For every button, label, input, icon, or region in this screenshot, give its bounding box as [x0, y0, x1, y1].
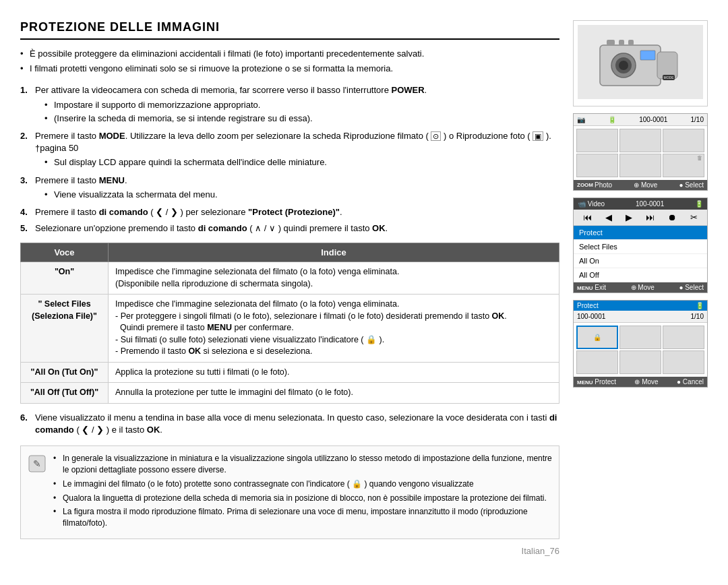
thumb-footer: ZOOM Photo ⊕ Move ● Select [574, 180, 707, 190]
step-2-content: Premere il tasto MODE. Utilizzare la lev… [35, 130, 559, 171]
table-cell-indice-1: Impedisce che l'immagine selezionata del… [109, 262, 559, 295]
camera-image: MODE [578, 25, 703, 99]
svg-rect-8 [619, 40, 624, 45]
step-6: 6. Viene visualizzato il menu a tendina … [20, 412, 559, 436]
protect-grid [574, 323, 707, 377]
menu-panel: 📹 Video 100-0001 🔋 ⏮ ◀ ▶ ⏭ ⏺ ✂ Protect S… [573, 197, 708, 293]
note-1: In generale la visualizzazione in miniat… [53, 453, 552, 476]
step-4-content: Premere il tasto di comando ( ❮ / ❯ ) pe… [35, 206, 559, 218]
footer-move2: ⊕ Move [631, 284, 655, 291]
menu-icon-4: ⏭ [646, 212, 655, 222]
thumb-cell-2 [619, 129, 661, 152]
intro-bullets: È possibile proteggere da eliminazioni a… [20, 48, 559, 75]
menu-icons: ⏮ ◀ ▶ ⏭ ⏺ ✂ [574, 210, 707, 226]
menu-icon-5: ⏺ [668, 212, 677, 222]
table-cell-indice-4: Annulla la protezione per tutte le immag… [109, 383, 559, 404]
note-2: Le immagini del filmato (o le foto) prot… [53, 479, 552, 490]
camera-svg: MODE [593, 32, 688, 92]
step-4-text: Premere il tasto di comando ( ❮ / ❯ ) pe… [35, 207, 342, 217]
note-bullets: In generale la visualizzazione in miniat… [53, 453, 552, 532]
menu-item-select-files[interactable]: Select Files [574, 240, 707, 254]
footer-select: ● Select [679, 181, 704, 189]
table-row-alloff: "All Off (Tut Off)" Annulla la protezion… [21, 383, 559, 404]
menu-item-protect[interactable]: Protect [574, 226, 707, 240]
table-row-select: " Select Files(Seleziona File)" Impedisc… [21, 295, 559, 363]
menu-icon-1: ⏮ [583, 212, 592, 222]
menu-icon-6: ✂ [690, 212, 698, 222]
protect-counter: 100-0001 [577, 313, 605, 320]
protect-battery: 🔋 [696, 302, 704, 309]
step-1-num: 1. [20, 84, 31, 126]
thumb-cell-6: 🗑 [663, 154, 704, 177]
protect-cell-6 [663, 350, 704, 374]
step-1-sub: Impostare il supporto di memorizzazione … [35, 99, 559, 125]
intro-bullet-2: I filmati protetti vengono eliminati sol… [20, 63, 559, 75]
step-6-num: 6. [20, 412, 31, 436]
protect-footer: MENU Protect ⊕ Move ● Cancel [574, 377, 707, 387]
table-cell-voce-2: " Select Files(Seleziona File)" [21, 295, 109, 363]
footer-cancel: ● Cancel [677, 378, 704, 386]
thumb-cell-1 [576, 129, 618, 152]
step-3-sub-1: Viene visualizzata la schermata del menu… [44, 189, 559, 201]
thumb-grid: 🗑 [574, 126, 707, 180]
table-col-voce: Voce [21, 243, 109, 262]
menu-item-all-off[interactable]: All Off [574, 268, 707, 282]
protect-header-top: Protect 🔋 [574, 301, 707, 311]
step-5: 5. Selezionare un'opzione premendo il ta… [20, 222, 559, 235]
footer-select2: ● Select [679, 284, 704, 291]
svg-text:✎: ✎ [33, 458, 41, 469]
footer-zoom: ZOOM Photo [577, 181, 612, 189]
page-container: PROTEZIONE DELLE IMMAGINI È possibile pr… [20, 20, 708, 556]
menu-item-all-on[interactable]: All On [574, 254, 707, 268]
table-cell-voce-1: "On" [21, 262, 109, 295]
step-2: 2. Premere il tasto MODE. Utilizzare la … [20, 130, 559, 171]
menu-icon-2: ◀ [605, 212, 612, 222]
table-col-indice: Indice [109, 243, 559, 262]
menu-counter: 100-0001 [636, 200, 664, 208]
step-4: 4. Premere il tasto di comando ( ❮ / ❯ )… [20, 206, 559, 218]
protect-cell-2 [619, 326, 661, 349]
note-icon: ✎ [28, 454, 47, 532]
intro-bullet-1: È possibile proteggere da eliminazioni a… [20, 48, 559, 60]
step-2-sub-1: Sul display LCD appare quindi la scherma… [44, 156, 559, 168]
options-table: Voce Indice "On" Impedisce che l'immagin… [20, 243, 559, 404]
thumb-cell-4 [576, 154, 618, 177]
step-1-sub-1: Impostare il supporto di memorizzazione … [44, 99, 559, 111]
protect-cell-5 [619, 350, 661, 374]
menu-video-label: 📹 Video [578, 200, 605, 208]
thumb-cell-3 [663, 129, 704, 152]
menu-footer: MENU Exit ⊕ Move ● Select [574, 282, 707, 292]
step-5-num: 5. [20, 222, 31, 235]
page-number: Italian_76 [20, 546, 559, 556]
footer-exit: MENU Exit [577, 284, 606, 291]
right-sidebar: MODE 📷 🔋 100-0001 1/10 🗑 [573, 20, 708, 556]
thumb-header: 📷 🔋 100-0001 1/10 [574, 114, 707, 126]
svg-point-5 [619, 61, 628, 70]
step-3-content: Premere il tasto MENU. Viene visualizzat… [35, 175, 559, 202]
table-cell-voce-3: "All On (Tut On)" [21, 362, 109, 383]
step-6-content: Viene visualizzato il menu a tendina in … [35, 412, 559, 436]
svg-rect-9 [628, 40, 634, 45]
thumbnail-panel: 📷 🔋 100-0001 1/10 🗑 ZOOM Photo ⊕ Move ● … [573, 113, 708, 191]
thumb-cell-5 [619, 154, 661, 177]
step-1-content: Per attivare la videocamera con scheda d… [35, 84, 559, 126]
thumb-icon-battery: 🔋 [608, 116, 616, 123]
step-1-sub-2: (Inserire la scheda di memoria, se si in… [44, 113, 559, 125]
table-row-allon: "All On (Tut On)" Applica la protezione … [21, 362, 559, 383]
thumb-icon-photo: 📷 [577, 116, 585, 123]
step-3-text: Premere il tasto MENU. [35, 175, 127, 185]
table-cell-indice-3: Applica la protezione su tutti i filmati… [109, 362, 559, 383]
protect-page: 1/10 [691, 313, 704, 320]
left-content: PROTEZIONE DELLE IMMAGINI È possibile pr… [20, 20, 559, 556]
step-2-sub: Sul display LCD appare quindi la scherma… [35, 156, 559, 168]
footer-protect-btn: MENU Protect [577, 378, 616, 386]
step-3-sub: Viene visualizzata la schermata del menu… [35, 189, 559, 201]
note-3: Qualora la linguetta di protezione della… [53, 493, 552, 504]
protect-cell-4 [576, 350, 618, 374]
camera-panel: MODE [573, 20, 708, 106]
protect-sub-header: 100-0001 1/10 [574, 311, 707, 323]
footer-move3: ⊕ Move [634, 378, 658, 386]
protect-panel: Protect 🔋 100-0001 1/10 MENU Protect ⊕ M… [573, 300, 708, 388]
note-4: La figura mostra il modo riproduzione fi… [53, 506, 552, 529]
step-1-text: Per attivare la videocamera con scheda d… [35, 85, 427, 95]
